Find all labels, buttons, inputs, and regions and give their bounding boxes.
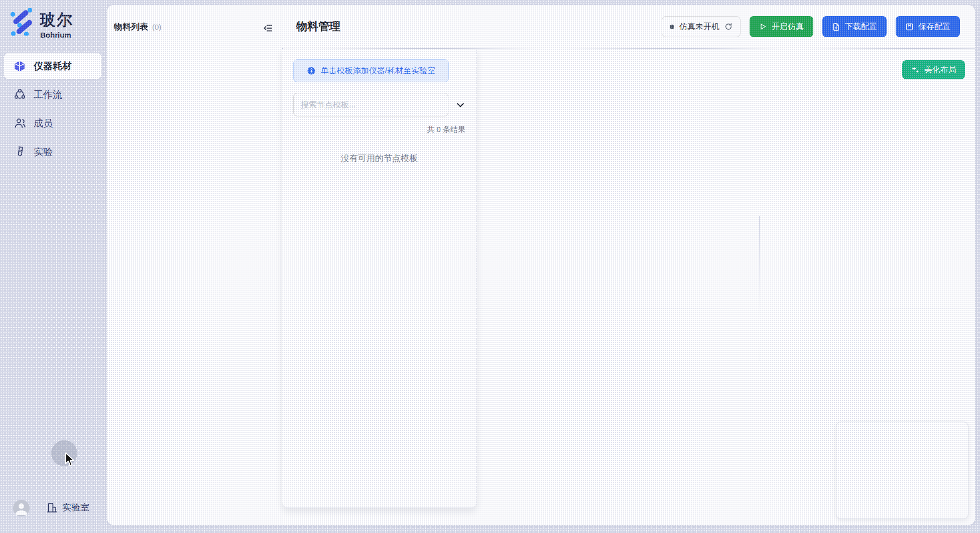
template-panel: 单击模板添加仪器/耗材至实验室 共 0 条结果 没有可用的节点模板 — [282, 49, 477, 508]
info-banner: 单击模板添加仪器/耗材至实验室 — [293, 59, 449, 82]
chevron-down-icon[interactable] — [455, 99, 466, 110]
search-input[interactable] — [293, 93, 448, 116]
beautify-layout-button[interactable]: 美化布局 — [902, 60, 965, 79]
collapse-panel-icon[interactable] — [263, 23, 274, 34]
bohrium-logo-icon — [7, 8, 32, 36]
download-config-button[interactable]: 下载配置 — [822, 16, 887, 37]
status-dot-icon — [670, 25, 674, 29]
brand-logo: 玻尔 Bohrium — [7, 8, 73, 39]
sidebar-item-workflow[interactable]: 工作流 — [4, 81, 101, 108]
info-icon — [307, 66, 316, 75]
file-download-icon — [832, 23, 840, 31]
sidebar-item-label: 工作流 — [34, 88, 62, 101]
page-title: 物料管理 — [296, 19, 340, 34]
materials-list-title: 物料列表 — [114, 21, 148, 33]
lab-switcher[interactable]: 实验室 — [46, 501, 89, 513]
flow-canvas[interactable]: 美化布局 单击模板添加仪器/耗材至实验室 共 — [282, 49, 975, 525]
sidebar-item-experiment[interactable]: 实验 — [4, 139, 101, 165]
sparkles-icon — [911, 65, 920, 74]
sidebar-item-label: 实验 — [34, 146, 53, 159]
sidebar-item-label: 仪器耗材 — [34, 60, 72, 73]
save-config-button[interactable]: 保存配置 — [896, 16, 960, 37]
sidebar-item-instruments[interactable]: 仪器耗材 — [4, 53, 101, 79]
lab-label: 实验室 — [62, 501, 89, 513]
start-simulation-button[interactable]: 开启仿真 — [750, 16, 813, 37]
members-icon — [13, 117, 26, 130]
materials-list-count: (0) — [152, 23, 161, 31]
cursor-pointer — [63, 452, 76, 469]
simulation-status-pill[interactable]: 仿真未开机 — [662, 16, 741, 37]
building-icon — [46, 502, 58, 513]
info-banner-text: 单击模板添加仪器/耗材至实验室 — [321, 66, 435, 76]
brand-name-en: Bohrium — [40, 31, 73, 39]
user-avatar[interactable] — [13, 500, 30, 516]
sidebar: 玻尔 Bohrium 仪器耗材 — [0, 0, 107, 533]
minimap[interactable] — [836, 422, 968, 519]
alignment-guide-vertical — [759, 216, 760, 360]
sidebar-item-members[interactable]: 成员 — [4, 110, 101, 137]
refresh-icon[interactable] — [724, 23, 732, 31]
main-window: 物料列表 (0) 物料管理 仿真未开机 — [107, 5, 975, 525]
experiment-icon — [13, 146, 26, 159]
sidebar-item-label: 成员 — [34, 117, 53, 130]
page-header: 物料管理 仿真未开机 开启仿真 — [282, 5, 975, 49]
empty-template-message: 没有可用的节点模板 — [282, 153, 476, 164]
status-label: 仿真未开机 — [679, 22, 719, 32]
sidebar-nav: 仪器耗材 工作流 成员 — [4, 53, 101, 167]
cube-icon — [13, 60, 26, 73]
workflow-icon — [13, 88, 26, 101]
alignment-guide-horizontal — [477, 309, 975, 309]
play-icon — [759, 23, 767, 31]
brand-name-zh: 玻尔 — [40, 10, 73, 30]
result-count: 共 0 条结果 — [427, 125, 465, 135]
materials-list-panel: 物料列表 (0) — [107, 5, 282, 525]
save-icon — [905, 23, 914, 31]
